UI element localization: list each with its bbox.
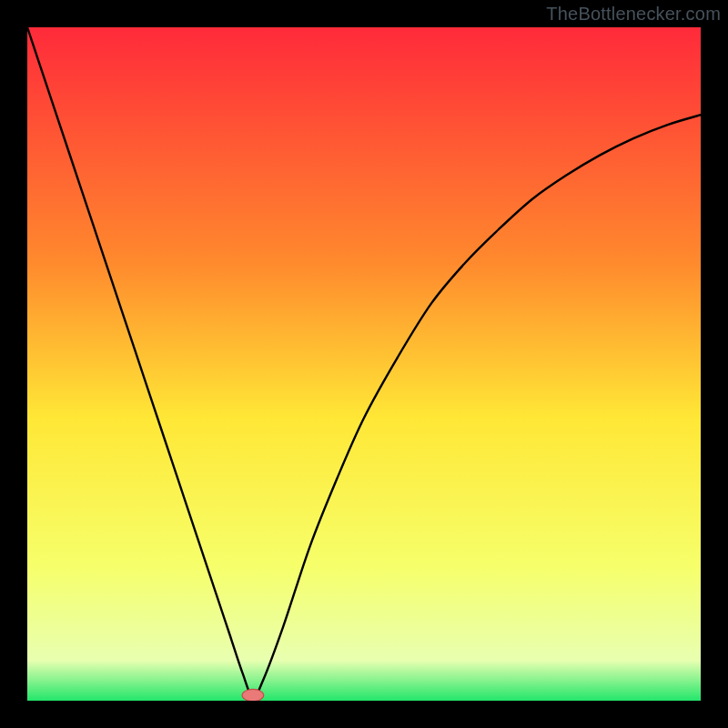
attribution-text: TheBottlenecker.com [546, 4, 721, 25]
optimal-point-marker [242, 689, 264, 701]
chart-frame: TheBottlenecker.com [0, 0, 728, 728]
gradient-background [27, 27, 701, 701]
bottleneck-chart [27, 27, 701, 701]
